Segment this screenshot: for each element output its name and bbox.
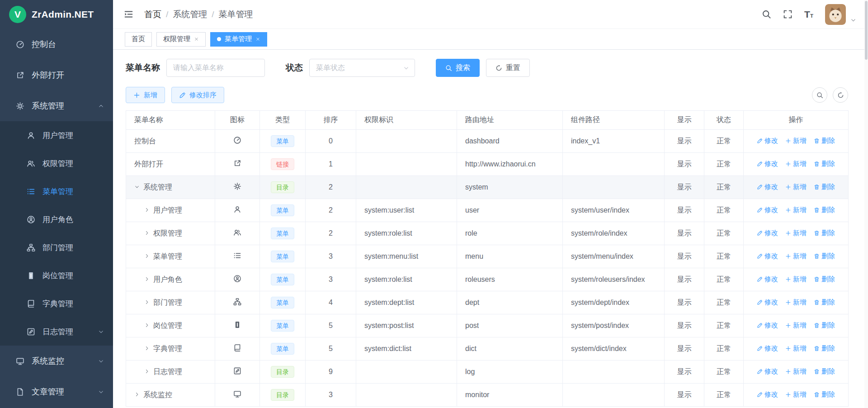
row-delete-button[interactable]: 删除: [814, 206, 835, 214]
column-header: 状态: [704, 111, 744, 130]
row-edit-button[interactable]: 修改: [757, 183, 778, 191]
table-row: 系统管理目录2system显示正常修改新增删除: [126, 176, 849, 199]
row-add-button[interactable]: 新增: [785, 183, 807, 191]
chevron-right-icon[interactable]: [144, 323, 150, 328]
row-edit-button[interactable]: 修改: [757, 367, 778, 376]
row-delete-button[interactable]: 删除: [814, 390, 835, 399]
table-row: 岗位管理菜单5system:post:listpostsystem/post/i…: [126, 314, 849, 337]
row-edit-button[interactable]: 修改: [757, 229, 778, 237]
row-delete-button[interactable]: 删除: [814, 321, 835, 330]
edit-icon: [179, 92, 186, 99]
menu-name-input[interactable]: [166, 59, 265, 77]
search-button[interactable]: 搜索: [436, 59, 480, 77]
sidebar-item-menu-management[interactable]: 菜单管理: [0, 177, 113, 205]
row-add-button[interactable]: 新增: [785, 390, 807, 399]
row-edit-button[interactable]: 修改: [757, 344, 778, 353]
page-scrollbar[interactable]: [864, 0, 868, 408]
row-delete-button[interactable]: 删除: [814, 344, 835, 353]
user-avatar[interactable]: [825, 4, 846, 25]
sidebar-item-log-management[interactable]: 日志管理: [0, 318, 113, 346]
gear-icon: [233, 182, 241, 190]
row-delete-button[interactable]: 删除: [814, 137, 835, 145]
sidebar-item-user-management[interactable]: 用户管理: [0, 121, 113, 149]
cell-status: 正常: [704, 337, 744, 361]
tab-menu-management[interactable]: 菜单管理: [210, 32, 267, 47]
chevron-right-icon[interactable]: [134, 392, 140, 397]
chevron-right-icon[interactable]: [144, 369, 150, 374]
tab-home[interactable]: 首页: [125, 32, 152, 47]
chevron-right-icon[interactable]: [144, 299, 150, 305]
cell-status: 正常: [704, 130, 744, 153]
chevron-right-icon[interactable]: [144, 230, 150, 236]
row-delete-button[interactable]: 删除: [814, 160, 835, 168]
row-add-button[interactable]: 新增: [785, 321, 807, 330]
sidebar-item-article-management[interactable]: 文章管理: [0, 376, 113, 407]
cell-name: 字典管理: [126, 337, 215, 361]
toggle-search-button[interactable]: [812, 87, 827, 103]
active-tab-dot: [217, 37, 221, 41]
row-delete-button[interactable]: 删除: [814, 252, 835, 261]
fullscreen-button[interactable]: [783, 9, 793, 19]
row-add-button[interactable]: 新增: [785, 137, 807, 145]
row-add-button[interactable]: 新增: [785, 298, 807, 307]
edit-sort-button[interactable]: 修改排序: [171, 87, 224, 103]
row-delete-button[interactable]: 删除: [814, 183, 835, 191]
row-delete-button[interactable]: 删除: [814, 298, 835, 307]
user-menu-caret-icon[interactable]: [850, 17, 856, 23]
sidebar-item-post-management[interactable]: 岗位管理: [0, 261, 113, 289]
sidebar-item-dictionary-management[interactable]: 字典管理: [0, 289, 113, 318]
chevron-down-icon[interactable]: [134, 184, 140, 190]
sidebar-item-department-management[interactable]: 部门管理: [0, 233, 113, 261]
sidebar-collapse-button[interactable]: [124, 9, 133, 19]
row-edit-button[interactable]: 修改: [757, 160, 778, 168]
row-delete-button[interactable]: 删除: [814, 229, 835, 237]
close-icon[interactable]: [194, 37, 199, 42]
cell-type: 目录: [260, 361, 306, 384]
menu-status-select[interactable]: 菜单状态: [309, 59, 415, 77]
add-menu-button[interactable]: 新增: [126, 87, 165, 103]
row-add-button[interactable]: 新增: [785, 160, 807, 168]
close-icon[interactable]: [255, 37, 260, 42]
scrollbar-thumb[interactable]: [865, 1, 868, 60]
sidebar-item-system-management[interactable]: 系统管理: [0, 90, 113, 121]
sidebar-item-system-monitor[interactable]: 系统监控: [0, 346, 113, 376]
breadcrumb-item[interactable]: 菜单管理: [219, 9, 253, 20]
row-add-button[interactable]: 新增: [785, 344, 807, 353]
row-edit-button[interactable]: 修改: [757, 298, 778, 307]
row-edit-button[interactable]: 修改: [757, 390, 778, 399]
row-edit-button[interactable]: 修改: [757, 321, 778, 330]
type-tag: 目录: [271, 389, 294, 401]
reset-button[interactable]: 重置: [486, 59, 530, 77]
breadcrumb-separator: /: [166, 9, 168, 19]
breadcrumb-item[interactable]: 系统管理: [173, 9, 207, 20]
sidebar-item-permission-management[interactable]: 权限管理: [0, 149, 113, 177]
row-add-button[interactable]: 新增: [785, 275, 807, 284]
row-edit-button[interactable]: 修改: [757, 252, 778, 261]
sidebar-item-dashboard[interactable]: 控制台: [0, 29, 113, 60]
row-edit-button[interactable]: 修改: [757, 137, 778, 145]
sidebar-item-user-roles[interactable]: 用户角色: [0, 205, 113, 233]
tab-permission-management[interactable]: 权限管理: [156, 32, 206, 47]
chevron-right-icon[interactable]: [144, 276, 150, 282]
row-delete-button[interactable]: 删除: [814, 367, 835, 376]
row-add-button[interactable]: 新增: [785, 367, 807, 376]
refresh-table-button[interactable]: [833, 87, 848, 103]
cell-route: role: [457, 222, 563, 245]
row-add-button[interactable]: 新增: [785, 206, 807, 214]
row-add-button[interactable]: 新增: [785, 252, 807, 261]
plus-icon: [785, 323, 791, 328]
header-search-button[interactable]: [762, 9, 771, 19]
breadcrumb-item[interactable]: 首页: [144, 9, 161, 20]
chevron-right-icon[interactable]: [144, 253, 150, 259]
chevron-right-icon[interactable]: [144, 207, 150, 213]
font-size-button[interactable]: TT: [804, 9, 813, 20]
row-delete-button[interactable]: 删除: [814, 275, 835, 284]
row-edit-button[interactable]: 修改: [757, 206, 778, 214]
sidebar-item-external-open[interactable]: 外部打开: [0, 60, 113, 90]
chevron-right-icon[interactable]: [144, 346, 150, 351]
plus-icon: [785, 299, 791, 305]
row-add-button[interactable]: 新增: [785, 229, 807, 237]
tab-label: 权限管理: [163, 35, 190, 43]
row-edit-button[interactable]: 修改: [757, 275, 778, 284]
cell-type: 菜单: [260, 268, 306, 291]
